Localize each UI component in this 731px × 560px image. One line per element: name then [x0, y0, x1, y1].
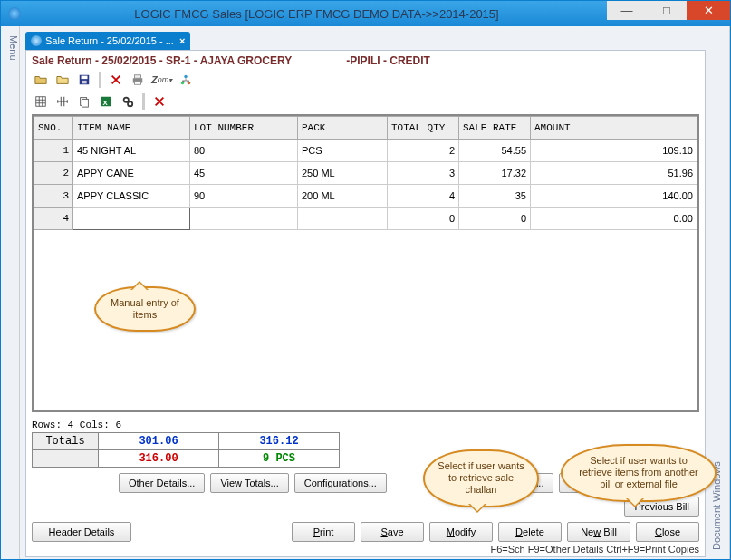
cell-amount[interactable]: 109.10 [531, 140, 697, 162]
toolbar-separator-2 [142, 93, 145, 110]
window-title: LOGIC FMCG Sales [LOGIC ERP FMCG DEMO DA… [26, 7, 607, 21]
save-icon[interactable] [75, 71, 93, 89]
titlebar: LOGIC FMCG Sales [LOGIC ERP FMCG DEMO DA… [1, 1, 730, 26]
cell-item-edit[interactable] [73, 208, 190, 230]
cell-rate[interactable]: 54.55 [459, 140, 531, 162]
header-right: -PIPILI - CREDIT [346, 54, 430, 67]
excel-icon[interactable]: X [97, 92, 115, 111]
table-row[interactable]: 2 APPY CANE 45 250 ML 3 17.32 51.96 [34, 162, 697, 185]
cell-lot[interactable]: 90 [190, 185, 298, 208]
cell-qty[interactable]: 4 [388, 185, 459, 208]
save-button[interactable]: Save [361, 522, 424, 542]
zoom-button[interactable]: ZZomom▾ [150, 71, 173, 89]
open-folder-icon[interactable] [32, 71, 50, 89]
close-doc-button[interactable]: Close [636, 522, 699, 542]
document-header: Sale Return - 25/02/2015 - SR-1 - AJAYA … [32, 54, 699, 67]
width-icon[interactable] [53, 92, 72, 111]
delete-icon[interactable] [107, 71, 125, 89]
cell-qty[interactable]: 0 [388, 208, 459, 230]
close-button[interactable]: ✕ [687, 0, 730, 20]
table-row[interactable]: 1 45 NIGHT AL 80 PCS 2 54.55 109.10 [34, 140, 697, 162]
table-row[interactable]: 4 0 0 0.00 [34, 208, 697, 230]
svg-point-7 [181, 82, 185, 85]
other-details-button[interactable]: Other Details... [119, 473, 205, 493]
col-amount[interactable]: AMOUNT [531, 117, 697, 140]
header-details-button[interactable]: Header Details [32, 522, 131, 542]
tabstrip: Sale Return - 25/02/2015 - ... × [25, 30, 706, 50]
callout-manual-entry: Manual entry of items [94, 286, 196, 332]
cell-item[interactable]: APPY CLASSIC [73, 185, 190, 208]
col-sno[interactable]: SNO. [34, 117, 73, 140]
window-buttons: — □ ✕ [607, 1, 730, 26]
print-icon[interactable] [129, 71, 147, 89]
totals-box: Totals 301.06 316.12 316.00 9 PCS [32, 432, 340, 468]
table-row[interactable]: 3 APPY CLASSIC 90 200 ML 4 35 140.00 [34, 185, 697, 208]
footer-hint: F6=Sch F9=Other Details Ctrl+F9=Print Co… [32, 544, 699, 555]
cell-item[interactable]: 45 NIGHT AL [73, 140, 190, 162]
cell-sno: 3 [34, 185, 73, 208]
center-panel: Sale Return - 25/02/2015 - ... × Sale Re… [20, 26, 711, 559]
totals-2: 316.12 [219, 433, 340, 450]
toolbar-separator [99, 72, 101, 88]
svg-point-8 [188, 82, 191, 85]
cell-rate[interactable]: 0 [459, 208, 531, 230]
header-left: Sale Return - 25/02/2015 - SR-1 - AJAYA … [32, 54, 292, 67]
svg-text:X: X [103, 99, 109, 107]
svg-point-15 [128, 101, 132, 106]
document-tab[interactable]: Sale Return - 25/02/2015 - ... × [25, 32, 190, 50]
totals-blank [33, 450, 99, 468]
callout-retv-challan: Select if user wants to retrieve sale ch… [423, 449, 539, 507]
col-lot-number[interactable]: LOT NUMBER [190, 117, 298, 140]
cell-lot[interactable]: 80 [190, 140, 298, 162]
cell-rate[interactable]: 17.32 [459, 162, 531, 185]
col-pack[interactable]: PACK [298, 117, 388, 140]
cell-lot[interactable] [190, 208, 298, 230]
cell-sno: 1 [34, 140, 73, 162]
menu-sidebar[interactable]: Menu [1, 26, 20, 559]
configurations-button[interactable]: Configurations... [294, 473, 387, 493]
copy-icon[interactable] [75, 92, 93, 111]
org-chart-icon[interactable] [177, 71, 195, 89]
folder-icon[interactable] [53, 71, 72, 89]
cell-pack[interactable]: 200 ML [298, 185, 388, 208]
totals-1: 301.06 [99, 433, 219, 450]
svg-rect-5 [135, 82, 141, 85]
col-sale-rate[interactable]: SALE RATE [459, 117, 531, 140]
new-bill-button[interactable]: New Bill [567, 522, 630, 542]
cell-rate[interactable]: 35 [459, 185, 531, 208]
grid-icon[interactable] [32, 92, 50, 111]
cell-pack[interactable]: PCS [298, 140, 388, 162]
totals-3: 316.00 [99, 450, 219, 468]
col-total-qty[interactable]: TOTAL QTY [388, 117, 459, 140]
cell-item[interactable]: APPY CANE [73, 162, 190, 185]
maximize-button[interactable]: □ [647, 0, 687, 20]
find-icon[interactable] [119, 92, 137, 111]
modify-button[interactable]: Modify [429, 522, 493, 542]
tab-label: Sale Return - 25/02/2015 - ... [45, 35, 174, 46]
tab-icon [31, 35, 42, 46]
delete-row-icon[interactable] [150, 92, 168, 111]
client-area: Menu Sale Return - 25/02/2015 - ... × Sa… [1, 26, 730, 559]
view-totals-button[interactable]: View Totals... [210, 473, 288, 493]
cell-amount[interactable]: 51.96 [531, 162, 697, 185]
cell-amount[interactable]: 140.00 [531, 185, 697, 208]
totals-label: Totals [33, 433, 99, 450]
cell-qty[interactable]: 2 [388, 140, 459, 162]
svg-rect-1 [82, 76, 88, 80]
cell-qty[interactable]: 3 [388, 162, 459, 185]
print-button[interactable]: Print [292, 522, 355, 542]
svg-rect-9 [36, 97, 46, 107]
cell-sno: 4 [34, 208, 73, 230]
cell-lot[interactable]: 45 [190, 162, 298, 185]
delete-button[interactable]: Delete [498, 522, 562, 542]
minimize-button[interactable]: — [607, 0, 647, 20]
cell-pack[interactable] [298, 208, 388, 230]
data-grid[interactable]: SNO. ITEM NAME LOT NUMBER PACK TOTAL QTY… [32, 114, 699, 412]
col-item-name[interactable]: ITEM NAME [73, 117, 190, 140]
svg-point-6 [185, 75, 188, 79]
cell-amount[interactable]: 0.00 [531, 208, 697, 230]
tab-close-icon[interactable]: × [179, 35, 185, 46]
grid-header-row: SNO. ITEM NAME LOT NUMBER PACK TOTAL QTY… [34, 117, 697, 140]
svg-rect-11 [82, 99, 88, 107]
cell-pack[interactable]: 250 ML [298, 162, 388, 185]
